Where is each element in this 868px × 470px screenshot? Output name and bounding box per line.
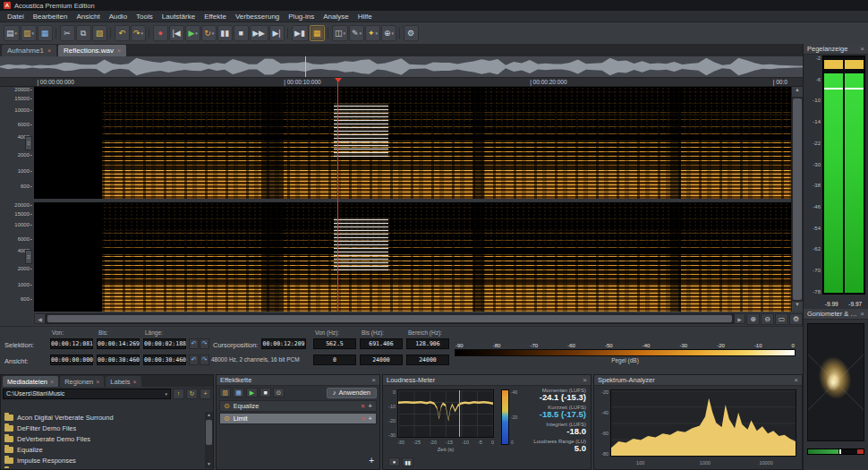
undo-button[interactable]: ↶: [115, 25, 130, 41]
menu-item[interactable]: Lautstärke: [157, 12, 200, 21]
power-icon[interactable]: ⊙: [224, 414, 230, 423]
zoom-in-button[interactable]: ⊕: [746, 313, 760, 325]
media-file-item[interactable]: Impulse Responses: [1, 455, 205, 466]
insert-effect-icon[interactable]: +: [369, 402, 372, 410]
loudness-record-toggle[interactable]: ●: [388, 457, 400, 466]
menu-item[interactable]: Bearbeiten: [29, 12, 72, 21]
toolbar-separator[interactable]: [326, 26, 331, 40]
close-icon[interactable]: ×: [96, 379, 99, 385]
selection-undo-button[interactable]: ↶: [189, 338, 199, 349]
play-button[interactable]: ▶▾: [185, 25, 200, 41]
playhead-cursor[interactable]: [337, 78, 338, 312]
save-button[interactable]: ▦: [38, 25, 53, 41]
tab-mediadateien[interactable]: Mediadateien×: [3, 376, 58, 387]
redo-button[interactable]: ↷▾: [131, 25, 146, 41]
close-icon[interactable]: ×: [860, 45, 864, 53]
zoom-tool-select[interactable]: ⊕▾: [381, 25, 396, 41]
tab-labels[interactable]: Labels×: [106, 376, 140, 387]
scroll-up-icon[interactable]: ▲: [792, 87, 803, 97]
new-folder-button[interactable]: +: [200, 389, 211, 399]
scroll-up-icon[interactable]: ▲: [205, 412, 213, 419]
media-scrollbar-track[interactable]: [205, 419, 213, 461]
edit-tool-select[interactable]: ✎▾: [349, 25, 364, 41]
menu-item[interactable]: Plug-ins: [284, 12, 319, 21]
power-icon[interactable]: ⊙: [224, 402, 230, 410]
close-icon[interactable]: ×: [47, 47, 51, 54]
view-start-field[interactable]: 00:00:00:000: [50, 355, 93, 365]
menu-item[interactable]: Datei: [3, 12, 29, 21]
view-length-field[interactable]: 00:00:30:460: [143, 355, 186, 365]
media-file-item[interactable]: DeVerberate Demo Files: [1, 433, 205, 444]
refresh-button[interactable]: ↻: [186, 389, 198, 399]
toolbar-separator[interactable]: [108, 26, 114, 40]
channel-handle-ch2[interactable]: ≡: [25, 250, 32, 264]
overview-cursor[interactable]: [305, 56, 306, 77]
Limit[interactable]: ⊙ Limit × +: [219, 413, 377, 424]
view-redo-button[interactable]: ↷: [200, 355, 209, 365]
scroll-down-icon[interactable]: ▼: [792, 302, 803, 312]
loop-playback-button[interactable]: ↻▾: [201, 25, 217, 41]
close-icon[interactable]: ×: [371, 376, 376, 384]
zoom-settings-button[interactable]: ⚙: [789, 313, 803, 325]
retouch-tool-select[interactable]: ✦▾: [365, 25, 380, 41]
loudness-pause-toggle[interactable]: ▮▮: [402, 457, 413, 466]
fast-forward-button[interactable]: ▶▶: [250, 25, 268, 41]
toolbar-separator[interactable]: [397, 26, 403, 40]
close-icon[interactable]: ×: [50, 379, 54, 385]
cut-button[interactable]: ✂: [60, 25, 75, 41]
selection-redo-button[interactable]: ↷: [200, 338, 209, 349]
selection-freq-end-field[interactable]: 691.406: [360, 338, 403, 349]
remove-effect-icon[interactable]: ×: [361, 402, 364, 410]
timeline-ruler[interactable]: | 00:00:00:000| 00:00:10:000| 00:00:20:0…: [0, 78, 803, 87]
playhead-marker[interactable]: [335, 78, 342, 86]
insert-effect-icon[interactable]: +: [369, 414, 372, 423]
stop-chain-button[interactable]: ■: [260, 388, 271, 397]
menu-item[interactable]: Effekte: [200, 12, 231, 21]
selection-end-field[interactable]: 00:00:14:269: [97, 338, 140, 349]
tab-regionen[interactable]: Regionen×: [60, 376, 104, 387]
paste-button[interactable]: ▧: [92, 25, 107, 41]
open-chain-button[interactable]: ▥: [219, 388, 231, 397]
remove-effect-icon[interactable]: ×: [361, 414, 364, 423]
channel-view-select[interactable]: ◫▾: [332, 25, 348, 41]
selection-freq-range-field[interactable]: 128.906: [406, 338, 449, 349]
tab-aufnahme1[interactable]: Aufnahme1×: [2, 45, 56, 56]
pause-button[interactable]: ▮▮: [217, 25, 233, 41]
play-chain-button[interactable]: ▶: [246, 388, 258, 397]
media-file-item[interactable]: DeFilter Demo Files: [1, 423, 205, 433]
close-icon[interactable]: ×: [860, 310, 864, 318]
go-to-end-button[interactable]: ▶|: [269, 25, 285, 41]
play-selection-button[interactable]: ▶▮: [292, 25, 309, 41]
spectrogram-channel-right[interactable]: [34, 202, 791, 312]
menu-item[interactable]: Ansicht: [72, 12, 104, 21]
zoom-out-button[interactable]: ⊖: [761, 313, 774, 325]
menu-item[interactable]: Verbesserung: [231, 12, 284, 21]
toolbar-separator[interactable]: [54, 26, 59, 40]
close-icon[interactable]: ×: [583, 376, 587, 384]
selection-freq-start-field[interactable]: 562.5: [313, 338, 356, 349]
selection-region[interactable]: [334, 103, 388, 157]
close-icon[interactable]: ×: [132, 379, 136, 385]
go-to-start-button[interactable]: |◀: [169, 25, 184, 41]
view-freq-range-field[interactable]: 24000: [406, 355, 449, 365]
waveform-overview[interactable]: [0, 56, 803, 78]
settings-button[interactable]: ⚙: [404, 25, 419, 41]
close-icon[interactable]: ×: [117, 47, 121, 54]
view-freq-start-field[interactable]: 0: [313, 355, 356, 365]
menu-item[interactable]: Audio: [105, 12, 132, 21]
media-file-item[interactable]: Equalize: [1, 444, 205, 455]
selection-length-field[interactable]: 00:00:02:188: [143, 338, 186, 349]
open-file-button[interactable]: ▥▾: [21, 25, 37, 41]
horizontal-scrollbar-track[interactable]: [46, 313, 734, 324]
view-end-field[interactable]: 00:00:30:460: [97, 355, 140, 365]
vertical-scrollbar-track[interactable]: [792, 97, 803, 302]
scroll-right-icon[interactable]: ▶: [734, 313, 745, 324]
add-effect-button[interactable]: +: [369, 456, 374, 466]
view-undo-button[interactable]: ↶: [189, 355, 199, 365]
close-icon[interactable]: ×: [794, 376, 798, 384]
apply-effects-button[interactable]: ♪ Anwenden: [327, 388, 377, 398]
menu-item[interactable]: Tools: [132, 12, 157, 21]
record-button[interactable]: ●: [153, 25, 168, 41]
cursor-position-field[interactable]: 00:00:12:209: [261, 338, 306, 349]
spectrogram-channel-left[interactable]: [34, 87, 791, 199]
